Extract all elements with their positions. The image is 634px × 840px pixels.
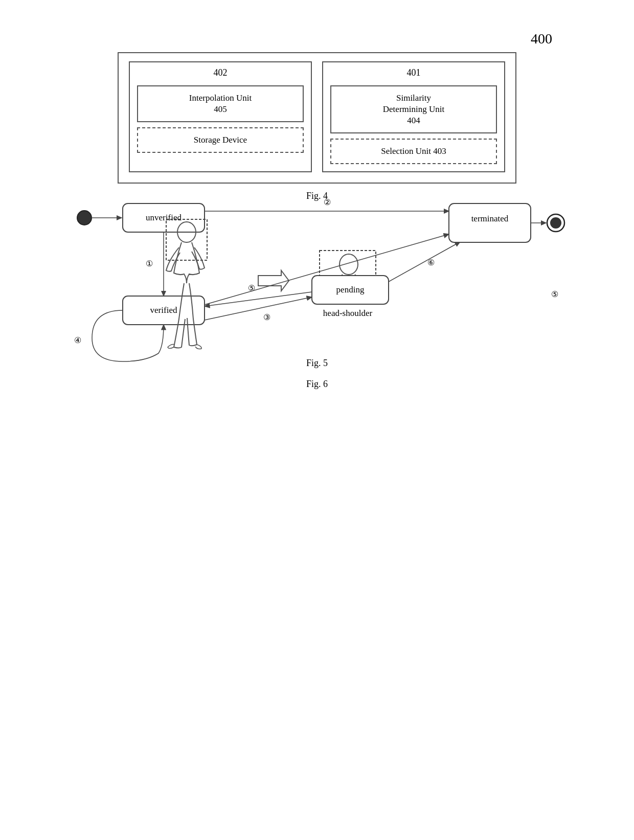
fig5-person-figure: [138, 217, 230, 350]
svg-point-57: [550, 217, 561, 229]
interpolation-unit-box: Interpolation Unit405: [137, 85, 304, 122]
similarity-unit-box: SimilarityDetermining Unit404: [330, 85, 497, 133]
page: 400 402 Interpolation Unit405 Storage De…: [0, 0, 634, 840]
svg-text:terminated: terminated: [471, 214, 509, 223]
interpolation-unit-label: Interpolation Unit405: [189, 93, 252, 114]
fig4-right-number: 401: [330, 67, 497, 78]
fig4-left-number: 402: [137, 67, 304, 78]
svg-rect-0: [166, 219, 207, 260]
svg-text:④: ④: [74, 336, 81, 345]
svg-text:⑤: ⑤: [551, 290, 558, 299]
svg-line-49: [389, 242, 460, 282]
svg-text:②: ②: [324, 198, 331, 207]
svg-point-32: [77, 211, 92, 225]
svg-point-1: [177, 222, 196, 242]
fig6-caption: Fig. 6: [306, 379, 328, 390]
person-svg: [138, 217, 230, 350]
fig4-number: 400: [531, 31, 552, 47]
svg-text:③: ③: [263, 313, 270, 322]
fig6-section: unverified ② ① verified ④ ③: [41, 384, 593, 390]
svg-text:pending: pending: [336, 285, 365, 294]
similarity-unit-label: SimilarityDetermining Unit404: [383, 93, 444, 125]
fig6-svg-proper: unverified ② ① verified ④ ③ pending ⑤: [56, 128, 578, 384]
svg-text:⑥: ⑥: [427, 258, 435, 267]
